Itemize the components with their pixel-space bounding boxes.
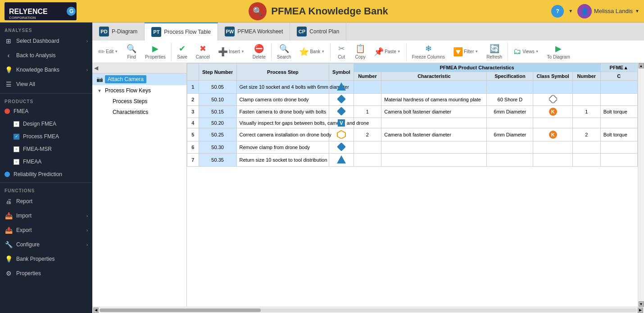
views-icon: 🗂 xyxy=(513,47,522,56)
paste-button[interactable]: 📌 Paste ▼ xyxy=(370,45,404,58)
horizontal-scrollbar[interactable]: ◀ ▶ xyxy=(92,307,644,313)
tree-item-attach-camera[interactable]: 📷 Attach Camera xyxy=(92,73,186,85)
scroll-up-btn[interactable]: ▲ xyxy=(639,63,644,68)
process-flow-keys-toggle[interactable]: ▼ xyxy=(96,87,103,94)
refresh-button[interactable]: 🔄 Refresh xyxy=(483,42,506,61)
tab-cp-badge: CP xyxy=(297,27,307,36)
find-button[interactable]: 🔍 Find xyxy=(122,42,141,61)
tab-pt[interactable]: PT Process Flow Table xyxy=(145,23,218,41)
sidebar-item-design-fmea[interactable]: ■ Design FMEA xyxy=(0,118,92,130)
step-num-4: 50.20 xyxy=(199,118,236,128)
dashboard-icon: ⊞ xyxy=(5,37,13,45)
step-num-2: 50.10 xyxy=(199,94,236,106)
row-num-5: 5 xyxy=(187,128,199,141)
user-dropdown-icon[interactable]: ▼ xyxy=(635,9,639,14)
tab-pw-badge: PW xyxy=(225,27,235,36)
views-button[interactable]: 🗂 Views ▼ xyxy=(510,45,542,58)
sidebar-item-import[interactable]: 📥 Import › xyxy=(0,209,92,223)
insert-button[interactable]: ➕ Insert ▼ xyxy=(214,45,248,58)
table-row[interactable]: 7 50.35 Return size 10 socket to tool di… xyxy=(187,154,638,167)
sep-4 xyxy=(406,43,407,61)
c-6 xyxy=(600,141,637,154)
filter-button[interactable]: 🔽 Filter ▼ xyxy=(449,45,482,58)
freeze-columns-button[interactable]: ❄ Freeze Columns xyxy=(408,42,449,61)
sep-1 xyxy=(171,43,172,61)
row-num-7: 7 xyxy=(187,154,199,167)
app-title: PFMEA Knowledge Bank xyxy=(271,5,388,17)
scroll-right-btn[interactable]: ▶ xyxy=(638,308,643,313)
app-header: RELYENCE CORPORATION G 🔍 PFMEA Knowledge… xyxy=(0,0,644,23)
properties-button[interactable]: ▶ Properties xyxy=(141,42,169,61)
sidebar-item-reliability[interactable]: Reliability Prediction xyxy=(0,168,92,181)
step-num-1: 50.05 xyxy=(199,81,236,94)
sidebar-item-export[interactable]: 📤 Export › xyxy=(0,223,92,237)
tab-cp[interactable]: CP Control Plan xyxy=(290,23,346,41)
svg-rect-10 xyxy=(337,143,345,151)
tree-item-process-flow-keys[interactable]: ▼ Process Flow Keys xyxy=(92,85,186,96)
export-label: Export xyxy=(16,227,83,233)
scroll-down-btn[interactable]: ▼ xyxy=(639,301,644,307)
scroll-left-btn[interactable]: ◀ xyxy=(93,308,99,313)
class-sym-3: K xyxy=(533,106,573,118)
process-steps-toggle xyxy=(104,98,111,105)
delete-button[interactable]: ⛔ Delete xyxy=(249,42,269,61)
table-row[interactable]: 5 50.25 Correct camera installation on d… xyxy=(187,128,638,141)
help-dropdown-icon[interactable]: ▼ xyxy=(568,9,573,14)
find-icon: 🔍 xyxy=(127,44,136,54)
table-row[interactable]: 6 50.30 Remove clamp from drone body xyxy=(187,141,638,154)
tree-item-process-steps[interactable]: Process Steps xyxy=(92,96,186,107)
paste-icon: 📌 xyxy=(374,47,384,57)
sidebar-item-knowledge-banks[interactable]: 💡 Knowledge Banks › xyxy=(0,63,92,77)
vertical-scrollbar[interactable]: ▲ ▼ xyxy=(638,63,644,307)
pfmea-num-6 xyxy=(572,141,600,154)
user-menu[interactable]: 👤 Melissa Landis ▼ xyxy=(577,4,639,18)
main-table-wrapper[interactable]: Step Number Process Step Symbol PFMEA Pr… xyxy=(187,63,638,307)
svg-marker-5 xyxy=(337,82,346,91)
pfmea-num-1 xyxy=(572,81,600,94)
process-fmea-checkbox[interactable]: ✓ xyxy=(14,134,19,140)
tab-pd[interactable]: PD P-Diagram xyxy=(92,23,145,41)
fmea-msr-checkbox[interactable]: ■ xyxy=(14,146,19,152)
search-button[interactable]: 🔍 Search xyxy=(273,42,295,61)
reliability-dot-icon xyxy=(5,172,10,177)
tree-item-characteristics[interactable]: Characteristics xyxy=(92,107,186,118)
tree-panel-collapse[interactable]: ◀ xyxy=(94,65,98,71)
sidebar-item-report[interactable]: 🖨 Report xyxy=(0,194,92,209)
table-row[interactable]: 1 50.05 Get size 10 socket and 4 bolts w… xyxy=(187,81,638,94)
to-diagram-button[interactable]: ▶ To Diagram xyxy=(544,42,574,61)
bank-button[interactable]: ⭐ Bank ▼ xyxy=(295,45,328,58)
tab-pw[interactable]: PW PFMEA Worksheet xyxy=(218,23,290,41)
symbol-2 xyxy=(329,94,354,106)
pfmea-num-5: 2 xyxy=(572,128,600,141)
table-row[interactable]: 3 50.15 Fasten camera to drone body with… xyxy=(187,106,638,118)
sidebar-item-fmea[interactable]: FMEA xyxy=(0,105,92,118)
process-step-7: Return size 10 socket to tool distributi… xyxy=(236,154,329,167)
table-row[interactable]: 2 50.10 Clamp camera onto drone body Mat… xyxy=(187,94,638,106)
export-arrow: › xyxy=(86,228,88,233)
num-1 xyxy=(354,81,381,94)
sidebar-item-view-all[interactable]: ☰ View All xyxy=(0,77,92,91)
fmea-a-checkbox[interactable]: ■ xyxy=(14,159,19,165)
c-1 xyxy=(600,81,637,94)
sidebar-item-select-dashboard[interactable]: ⊞ Select Dashboard › xyxy=(0,34,92,48)
edit-button[interactable]: ✏ Edit ▼ xyxy=(95,45,122,58)
sidebar-item-process-fmea[interactable]: ✓ Process FMEA xyxy=(0,130,92,143)
cancel-button[interactable]: ✖ Cancel xyxy=(192,42,213,61)
save-button[interactable]: ✔ Save xyxy=(173,42,191,61)
help-button[interactable]: ? xyxy=(551,5,564,18)
cut-button[interactable]: ✂ Cut xyxy=(332,42,350,61)
insert-icon: ➕ xyxy=(218,47,228,57)
sidebar-item-bank-properties[interactable]: 💡 Bank Properties xyxy=(0,252,92,266)
sidebar-item-fmea-a[interactable]: ■ FMEA​A xyxy=(0,155,92,168)
sidebar-item-configure[interactable]: 🔧 Configure › xyxy=(0,237,92,252)
tab-pw-label: PFMEA Worksheet xyxy=(237,28,283,35)
sidebar-item-properties[interactable]: ⚙ Properties xyxy=(0,266,92,281)
insert-caret-icon: ▼ xyxy=(241,50,245,54)
design-fmea-checkbox[interactable]: ■ xyxy=(14,121,19,127)
copy-button[interactable]: 📋 Copy xyxy=(351,42,369,61)
paste-label: Paste xyxy=(385,49,396,54)
sidebar-item-fmea-msr[interactable]: ■ FMEA-MSR xyxy=(0,143,92,155)
table-row[interactable]: 4 50.20 Visually inspect for gaps betwee… xyxy=(187,118,638,128)
spec-1 xyxy=(487,81,533,94)
sidebar-item-back[interactable]: ‹ Back to Analysis xyxy=(0,48,92,63)
